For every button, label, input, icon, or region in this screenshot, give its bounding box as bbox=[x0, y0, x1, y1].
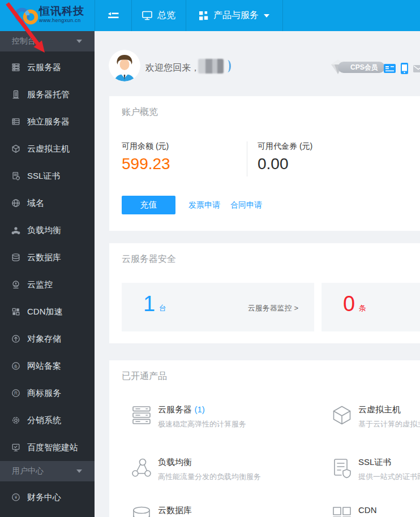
sidebar-item-label: 域名 bbox=[27, 198, 44, 209]
server-security-card: 云服务器安全 1 台 云服务器监控 > 0 条 bbox=[109, 243, 420, 343]
sidebar-item-baidu-sitebuilder[interactable]: 百度智能建站 bbox=[0, 434, 95, 461]
voucher-value: 0.00 bbox=[258, 155, 289, 173]
product-desc: 极速稳定高弹性的计算服务 bbox=[158, 419, 246, 429]
sidebar-item-label: 云监控 bbox=[27, 279, 53, 290]
balance-label: 可用余额 (元) bbox=[122, 141, 169, 152]
product-item-cdn[interactable]: CDN bbox=[331, 505, 377, 517]
sidebar-item-finance-center[interactable]: ¥ 财务中心 bbox=[0, 484, 95, 511]
sidebar-collapse-button[interactable] bbox=[95, 0, 132, 31]
sidebar-item-cloud-monitor[interactable]: 云监控 bbox=[0, 271, 95, 298]
sidebar-item-cdn[interactable]: CDN加速 bbox=[0, 298, 95, 325]
alert-count-unit: 条 bbox=[359, 303, 366, 313]
object-storage-icon bbox=[11, 334, 20, 343]
svg-text:R: R bbox=[14, 390, 18, 396]
sidebar-item-label: 商标服务 bbox=[27, 388, 61, 399]
sidebar-item-virtual-host[interactable]: 云虚拟主机 bbox=[0, 135, 95, 162]
sidebar-item-label: SSL证书 bbox=[27, 171, 60, 182]
sidebar-item-object-storage[interactable]: 对象存储 bbox=[0, 325, 95, 352]
username-masked-tail bbox=[224, 60, 231, 72]
sidebar-item-dedicated-server[interactable]: 独立服务器 bbox=[0, 108, 95, 135]
main-content: 欢迎您回来， CPS会员 账户概览 可用余额 (元) bbox=[95, 31, 420, 517]
invoice-request-link[interactable]: 发票申请 bbox=[188, 200, 220, 210]
server-count-box[interactable]: 1 台 云服务器监控 > bbox=[122, 283, 314, 331]
virtual-host-cube-icon bbox=[11, 144, 20, 153]
alert-count-box[interactable]: 0 条 bbox=[322, 283, 420, 331]
brand-logo[interactable]: 恒讯科技 www.hengxun.cn bbox=[0, 0, 95, 31]
mobile-phone-icon[interactable] bbox=[401, 63, 408, 74]
sidebar-item-trademark[interactable]: R 商标服务 bbox=[0, 380, 95, 407]
sidebar-item-domain[interactable]: 域名 bbox=[0, 189, 95, 217]
product-item-virtual-host[interactable]: 云虚拟主机 基于云计算的虚拟主机 bbox=[331, 404, 420, 429]
divider bbox=[247, 141, 247, 176]
sidebar-item-cloud-database[interactable]: 云数据库 bbox=[0, 244, 95, 271]
id-card-icon[interactable] bbox=[384, 64, 396, 73]
cloud-database-icon bbox=[131, 505, 152, 517]
domain-globe-icon bbox=[11, 199, 20, 208]
sidebar-section-console[interactable]: 控制台 bbox=[0, 31, 95, 51]
product-name: 云数据库 bbox=[158, 505, 192, 515]
sidebar-item-label: 对象存储 bbox=[27, 334, 61, 344]
product-item-ssl-cert[interactable]: SSL证书 提供一站式的证书部署 bbox=[331, 457, 420, 482]
product-name: SSL证书 bbox=[358, 457, 391, 467]
voucher-label: 可用代金券 (元) bbox=[258, 141, 312, 152]
sidebar-item-label: CDN加速 bbox=[27, 307, 63, 317]
sidebar-item-label: 云数据库 bbox=[27, 252, 61, 263]
alert-count: 0 bbox=[343, 292, 355, 316]
ssl-certificate-icon bbox=[11, 171, 20, 180]
baidu-sitebuilder-icon bbox=[11, 443, 20, 452]
nav-item-products[interactable]: 产品与服务 bbox=[186, 0, 283, 31]
sidebar-item-label: 服务器托管 bbox=[27, 89, 70, 100]
balance-value: 599.23 bbox=[122, 155, 170, 173]
sidebar-item-icp-filing[interactable]: 备 网站备案 bbox=[0, 352, 95, 380]
server-count-unit: 台 bbox=[159, 303, 166, 313]
nav-item-label: 产品与服务 bbox=[213, 10, 259, 21]
contract-request-link[interactable]: 合同申请 bbox=[230, 200, 262, 210]
product-desc: 基于云计算的虚拟主机 bbox=[358, 419, 420, 429]
sidebar-section-user-center[interactable]: 用户中心 bbox=[0, 461, 95, 481]
top-navigation: 总览 产品与服务 bbox=[95, 0, 283, 31]
welcome-quick-icons bbox=[384, 63, 420, 74]
sidebar-item-cloud-server[interactable]: 云服务器 bbox=[0, 54, 95, 81]
svg-text:¥: ¥ bbox=[14, 494, 18, 500]
recharge-button[interactable]: 充值 bbox=[122, 196, 175, 214]
product-count: (1) bbox=[194, 404, 204, 414]
nav-item-overview[interactable]: 总览 bbox=[132, 0, 186, 31]
virtual-host-cube-icon bbox=[331, 404, 353, 426]
product-item-load-balancer[interactable]: 负载均衡 高性能流量分发的负载均衡服务 bbox=[131, 457, 261, 482]
sidebar-item-server-hosting[interactable]: 服务器托管 bbox=[0, 81, 95, 108]
sidebar-item-label: 财务中心 bbox=[27, 492, 61, 503]
menu-fold-icon bbox=[108, 11, 119, 20]
cdn-grid-icon bbox=[331, 505, 353, 517]
avatar[interactable] bbox=[109, 50, 140, 81]
product-item-cloud-database[interactable]: 云数据库 bbox=[131, 505, 192, 517]
topbar: 恒讯科技 www.hengxun.cn 总览 bbox=[0, 0, 420, 31]
brand-website: www.hengxun.cn bbox=[39, 18, 84, 23]
product-name: 负载均衡 bbox=[158, 457, 192, 467]
sidebar-section-label: 控制台 bbox=[12, 36, 36, 46]
product-desc: 高性能流量分发的负载均衡服务 bbox=[158, 472, 261, 482]
sidebar-item-ssl-certificate[interactable]: SSL证书 bbox=[0, 162, 95, 189]
sidebar-item-label: 网站备案 bbox=[27, 361, 61, 372]
interlocked-rings-logo bbox=[12, 3, 41, 29]
sidebar-section-label: 用户中心 bbox=[12, 466, 44, 476]
membership-badge[interactable]: CPS会员 bbox=[338, 62, 385, 73]
card-title: 账户概览 bbox=[122, 106, 158, 118]
server-monitor-link[interactable]: 云服务器监控 > bbox=[248, 303, 298, 313]
load-balancer-icon bbox=[131, 457, 152, 479]
product-item-cloud-server[interactable]: 云服务器 (1) 极速稳定高弹性的计算服务 bbox=[131, 404, 246, 429]
opened-products-card: 已开通产品 云服务器 (1) 极速稳定高弹性的计算服务 云虚拟主机 基于云计算的… bbox=[109, 360, 420, 517]
sidebar-item-load-balancer[interactable]: 负载均衡 bbox=[0, 217, 95, 244]
distribution-gear-icon bbox=[11, 416, 20, 425]
mail-icon[interactable] bbox=[413, 65, 420, 72]
sidebar: 控制台 云服务器 服务器托管 独立服务器 bbox=[0, 31, 95, 517]
sidebar-item-label: 百度智能建站 bbox=[27, 442, 78, 453]
chevron-down-icon bbox=[76, 469, 82, 473]
cloud-server-icon bbox=[131, 404, 152, 426]
dedicated-server-icon bbox=[11, 117, 20, 126]
server-hosting-icon bbox=[11, 90, 20, 99]
welcome-greeting: 欢迎您回来， bbox=[145, 62, 200, 74]
card-title: 云服务器安全 bbox=[122, 253, 176, 265]
sidebar-item-distribution[interactable]: 分销系统 bbox=[0, 407, 95, 434]
chevron-down-icon bbox=[76, 40, 82, 43]
apps-grid-icon bbox=[199, 11, 208, 20]
